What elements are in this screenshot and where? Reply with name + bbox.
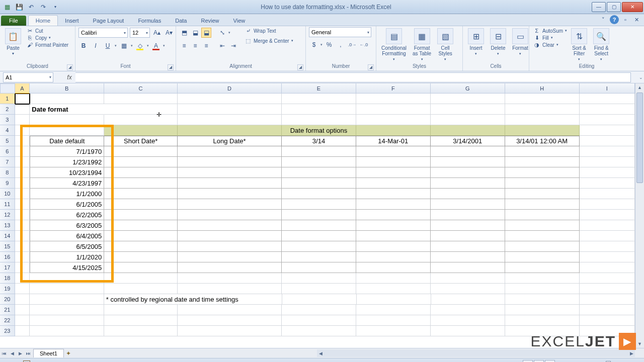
sheet-prev-icon[interactable]: ◀ bbox=[8, 351, 16, 356]
cell[interactable] bbox=[505, 262, 580, 273]
row-header[interactable]: 15 bbox=[0, 241, 15, 252]
cell[interactable] bbox=[431, 241, 505, 252]
currency-icon[interactable]: $ bbox=[309, 40, 319, 50]
cell[interactable] bbox=[431, 178, 505, 189]
cell[interactable] bbox=[580, 178, 635, 189]
format-as-table-button[interactable]: ▦Format as Table▾ bbox=[411, 27, 433, 63]
row-header[interactable]: 19 bbox=[0, 284, 15, 294]
cell[interactable] bbox=[505, 199, 580, 210]
cell[interactable] bbox=[104, 178, 178, 189]
row-header[interactable]: 11 bbox=[0, 199, 15, 210]
cell[interactable] bbox=[15, 115, 30, 125]
merge-center-button[interactable]: ⬚Merge & Center▾ bbox=[244, 37, 293, 44]
cell[interactable] bbox=[15, 146, 30, 157]
grow-font-icon[interactable]: A▴ bbox=[152, 28, 162, 38]
cell[interactable] bbox=[104, 315, 178, 326]
cell[interactable] bbox=[356, 315, 431, 326]
cell[interactable] bbox=[431, 157, 505, 167]
insert-cells-button[interactable]: ⊞Insert▾ bbox=[466, 27, 486, 57]
cell[interactable] bbox=[282, 104, 356, 115]
cell[interactable] bbox=[104, 189, 178, 199]
cell[interactable] bbox=[15, 157, 30, 167]
row-header[interactable]: 18 bbox=[0, 273, 15, 284]
cell[interactable] bbox=[505, 146, 580, 157]
cell[interactable] bbox=[178, 252, 282, 262]
cell[interactable] bbox=[178, 104, 282, 115]
cell[interactable] bbox=[15, 125, 30, 136]
row-header[interactable]: 5 bbox=[0, 136, 15, 146]
row-header[interactable]: 4 bbox=[0, 125, 15, 136]
cell[interactable] bbox=[282, 178, 356, 189]
col-header-f[interactable]: F bbox=[356, 83, 431, 94]
cell[interactable] bbox=[178, 167, 282, 178]
underline-button[interactable]: U bbox=[103, 41, 113, 51]
close-button[interactable]: ✕ bbox=[622, 2, 643, 12]
cell[interactable] bbox=[580, 199, 635, 210]
cell[interactable] bbox=[431, 326, 505, 336]
cell[interactable] bbox=[580, 157, 635, 167]
page-layout-view-icon[interactable] bbox=[534, 360, 544, 363]
cell[interactable] bbox=[15, 326, 30, 336]
vertical-scrollbar[interactable]: ▲ ▼ bbox=[635, 83, 644, 348]
cell[interactable] bbox=[15, 241, 30, 252]
cell[interactable] bbox=[356, 262, 431, 273]
cell[interactable] bbox=[104, 167, 178, 178]
cell[interactable] bbox=[356, 157, 431, 167]
cell[interactable] bbox=[104, 252, 178, 262]
row-header[interactable]: 23 bbox=[0, 326, 15, 336]
cell[interactable]: 3/14 bbox=[282, 136, 356, 146]
cell[interactable] bbox=[356, 231, 431, 241]
cell[interactable] bbox=[178, 94, 282, 104]
cell[interactable] bbox=[178, 326, 282, 336]
cell[interactable] bbox=[505, 252, 580, 262]
cell[interactable] bbox=[178, 284, 282, 294]
new-sheet-icon[interactable]: ✦ bbox=[66, 350, 71, 357]
select-all-corner[interactable] bbox=[0, 83, 15, 94]
cell[interactable] bbox=[431, 284, 505, 294]
row-header[interactable]: 9 bbox=[0, 178, 15, 189]
cell[interactable] bbox=[431, 262, 505, 273]
cell[interactable] bbox=[104, 241, 178, 252]
cell[interactable] bbox=[282, 305, 356, 315]
cell[interactable] bbox=[178, 199, 282, 210]
row-header[interactable]: 14 bbox=[0, 231, 15, 241]
cell[interactable] bbox=[104, 326, 178, 336]
increase-decimal-icon[interactable]: .0→ bbox=[347, 40, 357, 50]
tab-formulas[interactable]: Formulas bbox=[131, 16, 168, 26]
tab-view[interactable]: View bbox=[226, 16, 253, 26]
cell[interactable]: 6/1/2005 bbox=[30, 199, 104, 210]
cell[interactable] bbox=[178, 189, 282, 199]
cell[interactable] bbox=[431, 210, 505, 220]
cell[interactable] bbox=[505, 241, 580, 252]
col-header-e[interactable]: E bbox=[282, 83, 356, 94]
cell[interactable] bbox=[580, 136, 635, 146]
cell[interactable] bbox=[580, 294, 635, 305]
cell[interactable] bbox=[178, 178, 282, 189]
cell[interactable]: Date format options bbox=[282, 125, 356, 136]
cell[interactable] bbox=[431, 315, 505, 326]
cell[interactable] bbox=[580, 146, 635, 157]
cell[interactable] bbox=[505, 231, 580, 241]
font-launcher[interactable]: ◢ bbox=[168, 64, 174, 70]
minimize-button[interactable]: — bbox=[592, 2, 606, 12]
row-header[interactable]: 8 bbox=[0, 167, 15, 178]
row-header[interactable]: 2 bbox=[0, 104, 15, 115]
cell[interactable]: Long Date* bbox=[178, 136, 282, 146]
cell[interactable] bbox=[178, 146, 282, 157]
cell[interactable] bbox=[104, 273, 178, 284]
undo-icon[interactable]: ↶ bbox=[26, 2, 36, 12]
cell[interactable] bbox=[431, 220, 505, 231]
percent-icon[interactable]: % bbox=[324, 40, 334, 50]
horizontal-scrollbar[interactable]: ◀ ▶ bbox=[317, 349, 635, 357]
row-header[interactable]: 22 bbox=[0, 315, 15, 326]
cell[interactable] bbox=[356, 252, 431, 262]
formula-input[interactable] bbox=[75, 72, 631, 82]
cell[interactable] bbox=[282, 115, 356, 125]
window-restore-icon[interactable]: ▫ bbox=[621, 15, 630, 24]
cell[interactable] bbox=[356, 199, 431, 210]
cell[interactable]: * controlled by regional date and time s… bbox=[104, 294, 179, 305]
cell[interactable] bbox=[30, 284, 104, 294]
scroll-up-icon[interactable]: ▲ bbox=[635, 83, 644, 92]
cell[interactable]: 1/1/2000 bbox=[30, 189, 104, 199]
cell[interactable] bbox=[356, 284, 431, 294]
